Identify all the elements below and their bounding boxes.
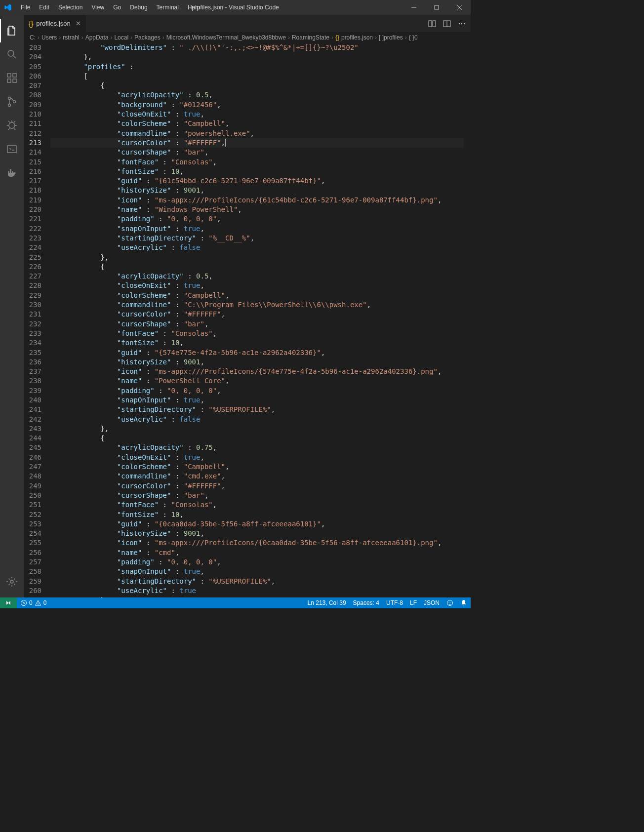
tab-profiles-json[interactable]: {} profiles.json ✕ — [24, 15, 86, 32]
compare-icon[interactable] — [428, 20, 436, 28]
svg-point-16 — [461, 23, 462, 24]
menu-view[interactable]: View — [87, 2, 108, 13]
editor-area: {} profiles.json ✕ C:› Users› rstrahl› A… — [24, 15, 471, 597]
activity-bar — [0, 15, 24, 597]
activity-settings[interactable] — [0, 570, 24, 594]
extensions-icon — [6, 72, 18, 84]
breadcrumb-item[interactable]: rstrahl — [63, 34, 79, 41]
status-notifications[interactable] — [457, 599, 471, 606]
activity-scm[interactable] — [0, 90, 24, 114]
activity-explorer[interactable] — [0, 19, 24, 42]
docker-icon — [6, 167, 18, 179]
menu-file[interactable]: File — [17, 2, 34, 13]
tab-label: profiles.json — [36, 20, 70, 27]
breadcrumb-item[interactable]: C: — [30, 34, 36, 41]
remote-icon — [5, 599, 12, 606]
svg-rect-13 — [433, 21, 436, 27]
split-editor-icon[interactable] — [443, 20, 451, 28]
minimize-button[interactable] — [402, 0, 425, 15]
breadcrumb-item[interactable]: Users — [41, 34, 57, 41]
activity-docker[interactable] — [0, 161, 24, 185]
breadcrumb[interactable]: C:› Users› rstrahl› AppData› Local› Pack… — [24, 32, 471, 43]
menu-bar: File Edit Selection View Go Debug Termin… — [17, 2, 204, 13]
status-cursor-position[interactable]: Ln 213, Col 39 — [304, 599, 350, 606]
svg-rect-12 — [429, 21, 432, 27]
debug-icon — [6, 119, 18, 131]
svg-point-1 — [8, 50, 14, 56]
svg-rect-4 — [13, 79, 16, 82]
more-actions-icon[interactable] — [458, 20, 466, 28]
status-bar: 0 0 Ln 213, Col 39 Spaces: 4 UTF-8 LF JS… — [0, 597, 471, 608]
svg-rect-3 — [7, 79, 11, 82]
svg-point-9 — [9, 122, 15, 128]
breadcrumb-item[interactable]: Microsoft.WindowsTerminal_8wekyb3d8bbwe — [166, 34, 286, 41]
svg-point-7 — [8, 104, 11, 107]
title-bar: File Edit Selection View Go Debug Termin… — [0, 0, 471, 15]
scrollbar[interactable] — [464, 43, 471, 597]
menu-debug[interactable]: Debug — [126, 2, 151, 13]
svg-point-20 — [448, 602, 449, 603]
source-control-icon — [6, 96, 18, 108]
code-editor[interactable]: 2032042052062072082092102112122132142152… — [24, 43, 471, 597]
line-number-gutter: 2032042052062072082092102112122132142152… — [24, 43, 50, 597]
menu-edit[interactable]: Edit — [35, 2, 53, 13]
search-icon — [6, 48, 18, 60]
breadcrumb-file[interactable]: profiles.json — [341, 34, 373, 41]
window-title: profiles.json - Visual Studio Code — [192, 4, 279, 11]
svg-point-21 — [450, 602, 451, 603]
breadcrumb-symbol[interactable]: { }0 — [409, 34, 418, 41]
editor-actions — [428, 15, 471, 32]
json-file-icon: {} — [335, 34, 339, 41]
activity-search[interactable] — [0, 42, 24, 66]
menu-go[interactable]: Go — [109, 2, 125, 13]
tab-close-icon[interactable]: ✕ — [76, 20, 81, 27]
status-language[interactable]: JSON — [420, 599, 443, 606]
svg-point-8 — [13, 101, 16, 103]
svg-point-17 — [464, 23, 465, 24]
terminal-panel-icon — [6, 143, 18, 155]
json-file-icon: {} — [29, 20, 33, 28]
status-problems[interactable]: 0 0 — [17, 597, 50, 608]
svg-point-6 — [8, 97, 11, 100]
status-eol[interactable]: LF — [406, 599, 420, 606]
svg-rect-0 — [435, 5, 439, 9]
menu-terminal[interactable]: Terminal — [153, 2, 183, 13]
menu-selection[interactable]: Selection — [54, 2, 86, 13]
status-remote[interactable] — [0, 597, 17, 608]
breadcrumb-item[interactable]: Local — [114, 34, 128, 41]
svg-rect-10 — [7, 146, 16, 153]
breadcrumb-item[interactable]: AppData — [85, 34, 109, 41]
error-icon — [20, 599, 27, 606]
svg-point-15 — [459, 23, 460, 24]
breadcrumb-item[interactable]: RoamingState — [292, 34, 329, 41]
bell-icon — [460, 599, 467, 606]
maximize-button[interactable] — [425, 0, 448, 15]
window-controls — [402, 0, 471, 15]
tab-bar: {} profiles.json ✕ — [24, 15, 471, 32]
status-encoding[interactable]: UTF-8 — [383, 599, 406, 606]
breadcrumb-item[interactable]: Packages — [134, 34, 161, 41]
warning-icon — [35, 599, 41, 606]
close-button[interactable] — [448, 0, 471, 15]
gear-icon — [6, 576, 18, 588]
status-feedback[interactable] — [443, 599, 457, 606]
activity-remote[interactable] — [0, 137, 24, 161]
svg-rect-2 — [7, 74, 11, 77]
svg-rect-5 — [13, 74, 16, 77]
activity-debug[interactable] — [0, 114, 24, 137]
smiley-icon — [446, 599, 453, 606]
svg-point-11 — [10, 580, 13, 583]
vscode-icon — [4, 3, 12, 11]
files-icon — [6, 25, 18, 37]
breadcrumb-symbol[interactable]: [ ]profiles — [379, 34, 403, 41]
status-indentation[interactable]: Spaces: 4 — [350, 599, 383, 606]
activity-extensions[interactable] — [0, 66, 24, 90]
code-content[interactable]: "wordDelimiters" : " ./\\()\"'-:,.;<>~!@… — [50, 43, 471, 597]
